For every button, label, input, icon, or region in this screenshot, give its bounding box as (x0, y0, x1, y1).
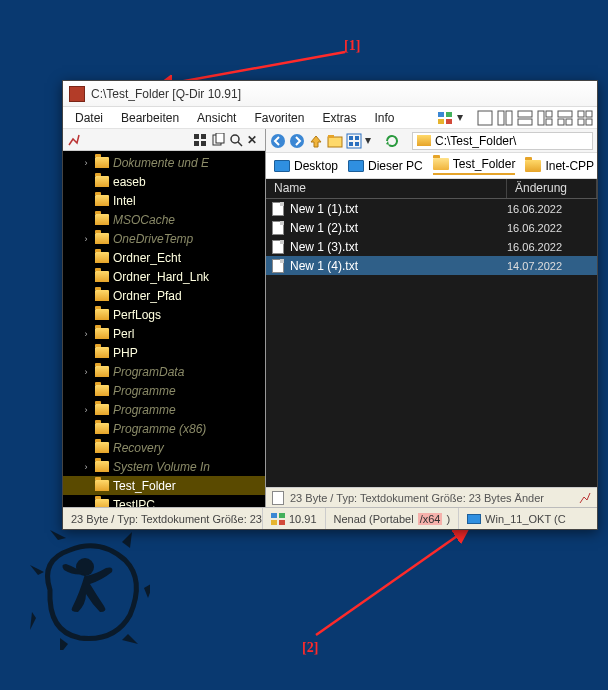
folder-icon (525, 160, 541, 172)
svg-rect-11 (446, 112, 452, 117)
tree-item[interactable]: ›System Volume In (63, 457, 265, 476)
menu-edit[interactable]: Bearbeiten (113, 108, 187, 128)
tree-item[interactable]: ›Dokumente und E (63, 153, 265, 172)
menu-view[interactable]: Ansicht (189, 108, 244, 128)
layout-2h-icon[interactable] (517, 110, 533, 126)
tree-item[interactable]: MSOCache (63, 210, 265, 229)
file-name: New 1 (3).txt (290, 240, 507, 254)
refresh-icon[interactable] (384, 133, 400, 149)
file-row[interactable]: New 1 (1).txt16.06.2022 (266, 199, 597, 218)
layout-4-icon[interactable] (577, 110, 593, 126)
tree-item-label: Recovery (113, 441, 164, 455)
title-bar[interactable]: C:\Test_Folder [Q-Dir 10.91] (63, 81, 597, 107)
close-pane-icon[interactable]: ✕ (247, 133, 261, 147)
copy-icon[interactable] (211, 133, 225, 147)
tree-item[interactable]: Intel (63, 191, 265, 210)
expand-icon[interactable]: › (81, 462, 91, 472)
layout-2v-icon[interactable] (497, 110, 513, 126)
menu-extras[interactable]: Extras (314, 108, 364, 128)
folder-tree[interactable]: ›Dokumente und EeasebIntelMSOCache›OneDr… (63, 151, 265, 507)
folder-icon (95, 233, 109, 244)
svg-rect-13 (446, 119, 452, 124)
computer-icon (348, 160, 364, 172)
status-version: 10.91 (263, 508, 326, 529)
layout-windows-icon[interactable] (437, 110, 453, 126)
breadcrumb-tabs: Desktop Dieser PC Test_Folder Inet-CPP (266, 153, 597, 179)
nav-back-icon[interactable] (270, 133, 286, 149)
svg-rect-18 (518, 119, 532, 125)
file-icon (272, 221, 284, 235)
tree-item-label: PerfLogs (113, 308, 161, 322)
file-row[interactable]: New 1 (3).txt16.06.2022 (266, 237, 597, 256)
svg-rect-32 (201, 141, 206, 146)
status-left-text: 23 Byte / Typ: Textdokument Größe: 23 By… (71, 513, 263, 525)
svg-rect-10 (438, 112, 444, 117)
svg-rect-25 (578, 111, 584, 117)
layout-1-icon[interactable] (477, 110, 493, 126)
tree-item[interactable]: Test_Folder (63, 476, 265, 495)
tree-item-label: OneDriveTemp (113, 232, 193, 246)
folder-fav-icon[interactable] (327, 133, 343, 149)
menu-bar: Datei Bearbeiten Ansicht Favoriten Extra… (63, 107, 597, 129)
pane-tool-icon[interactable] (579, 492, 591, 504)
tree-item-label: TestIPC (113, 498, 155, 508)
tree-item[interactable]: PerfLogs (63, 305, 265, 324)
grid-icon[interactable] (193, 133, 207, 147)
crumb-desktop[interactable]: Desktop (274, 159, 338, 173)
crumb-extra[interactable]: Inet-CPP (525, 159, 594, 173)
tree-item[interactable]: Ordner_Echt (63, 248, 265, 267)
expand-icon[interactable]: › (81, 367, 91, 377)
expand-icon[interactable]: › (81, 158, 91, 168)
tree-item-label: ProgramData (113, 365, 184, 379)
folder-icon (95, 366, 109, 377)
svg-rect-48 (271, 520, 277, 525)
windows-flag-icon (271, 513, 285, 525)
svg-rect-45 (355, 142, 359, 146)
crumb-thispc[interactable]: Dieser PC (348, 159, 423, 173)
file-pane: ▾ C:\Test_Folder\ Desktop Dieser PC (266, 129, 597, 507)
file-date: 16.06.2022 (507, 203, 597, 215)
tree-item[interactable]: TestIPC (63, 495, 265, 507)
col-name[interactable]: Name (266, 179, 507, 198)
search-icon[interactable] (229, 133, 243, 147)
view-mode-icon[interactable] (346, 133, 362, 149)
tree-item[interactable]: ›Programme (63, 400, 265, 419)
col-modified[interactable]: Änderung (507, 179, 597, 198)
expand-icon[interactable]: › (81, 329, 91, 339)
tree-tool-icon[interactable] (67, 133, 81, 147)
file-list[interactable]: New 1 (1).txt16.06.2022New 1 (2).txt16.0… (266, 199, 597, 487)
tree-item[interactable]: PHP (63, 343, 265, 362)
crumb-current[interactable]: Test_Folder (433, 157, 516, 175)
tree-item[interactable]: Programme (x86) (63, 419, 265, 438)
address-bar[interactable]: C:\Test_Folder\ (412, 132, 593, 150)
address-text: C:\Test_Folder\ (435, 134, 516, 148)
layout-3b-icon[interactable] (557, 110, 573, 126)
tree-item[interactable]: ›Perl (63, 324, 265, 343)
tree-item[interactable]: easeb (63, 172, 265, 191)
pane-status-text: 23 Byte / Typ: Textdokument Größe: 23 By… (290, 492, 544, 504)
status-os-text: Win_11_OKT (C (485, 513, 566, 525)
layout-3-icon[interactable] (537, 110, 553, 126)
tree-item[interactable]: ›OneDriveTemp (63, 229, 265, 248)
file-row[interactable]: New 1 (2).txt16.06.2022 (266, 218, 597, 237)
tree-item[interactable]: ›ProgramData (63, 362, 265, 381)
desktop-icon (274, 160, 290, 172)
svg-rect-31 (194, 141, 199, 146)
callout-2-label: [2] (302, 640, 318, 656)
expand-icon[interactable]: › (81, 405, 91, 415)
tree-item[interactable]: Programme (63, 381, 265, 400)
menu-file[interactable]: Datei (67, 108, 111, 128)
tree-item[interactable]: Ordner_Pfad (63, 286, 265, 305)
nav-up-icon[interactable] (308, 133, 324, 149)
svg-marker-9 (30, 612, 36, 630)
svg-rect-30 (201, 134, 206, 139)
file-row[interactable]: New 1 (4).txt14.07.2022 (266, 256, 597, 275)
svg-rect-29 (194, 134, 199, 139)
folder-icon (95, 328, 109, 339)
tree-item[interactable]: Ordner_Hard_Lnk (63, 267, 265, 286)
menu-info[interactable]: Info (366, 108, 402, 128)
menu-fav[interactable]: Favoriten (246, 108, 312, 128)
expand-icon[interactable]: › (81, 234, 91, 244)
nav-forward-icon[interactable] (289, 133, 305, 149)
tree-item[interactable]: Recovery (63, 438, 265, 457)
